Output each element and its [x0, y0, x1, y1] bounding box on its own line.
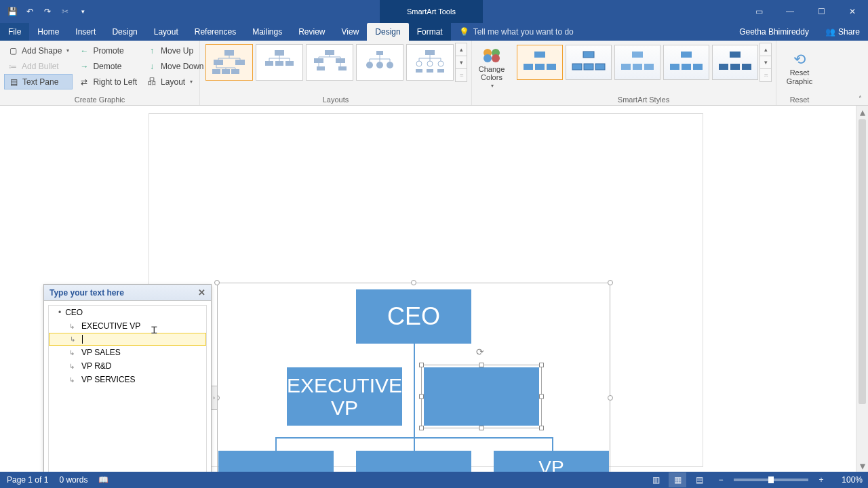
share-button[interactable]: 👥 Share [817, 23, 868, 41]
rotate-handle-icon[interactable]: ⟳ [476, 346, 487, 357]
gallery-expand-icon[interactable]: ⎓ [456, 68, 467, 81]
tab-home[interactable]: Home [29, 23, 67, 41]
add-shape-button[interactable]: ▢Add Shape▾ [4, 43, 73, 58]
demote-button[interactable]: →Demote [75, 58, 140, 74]
gallery-expand-icon[interactable]: ⎓ [760, 68, 771, 81]
shape-handle[interactable] [539, 394, 544, 399]
move-down-button[interactable]: ↓Move Down [143, 58, 207, 74]
style-option-1[interactable] [517, 45, 563, 80]
shape-handle[interactable] [419, 426, 424, 430]
layout-option-3[interactable] [306, 44, 353, 81]
qat-customize-icon[interactable]: ▾ [75, 3, 91, 20]
style-option-5[interactable] [712, 45, 758, 80]
text-pane-item[interactable]: CEO [49, 306, 206, 319]
text-pane-item[interactable]: EXECUTIVE VP [49, 319, 206, 333]
text-pane-item-text: VP SERVICES [81, 375, 136, 384]
status-page[interactable]: Page 1 of 1 [7, 475, 48, 485]
text-pane-close-icon[interactable]: ✕ [198, 287, 205, 298]
smartart-box-ceo[interactable]: CEO [356, 289, 471, 344]
smartart-frame[interactable]: › CEO EXECUTIVE VP VP SALES VP R&D VP SE… [217, 283, 610, 472]
style-option-4[interactable] [663, 45, 709, 80]
layout-option-4[interactable] [356, 44, 403, 81]
ribbon-display-options-icon[interactable]: ▭ [743, 0, 774, 23]
redo-icon[interactable]: ↷ [39, 3, 56, 20]
text-pane-item-active[interactable] [49, 333, 206, 346]
styles-gallery-more[interactable]: ▴▾⎓ [760, 43, 772, 82]
change-colors-button[interactable]: Change Colors ▾ [476, 45, 507, 92]
right-to-left-button[interactable]: ⇄Right to Left [75, 74, 140, 89]
tab-smartart-design[interactable]: Design [367, 23, 408, 41]
svg-rect-24 [427, 69, 433, 73]
status-spellcheck-icon[interactable]: 📖 [98, 475, 108, 485]
layout-option-1[interactable] [205, 44, 253, 81]
view-read-mode-icon[interactable]: ▥ [647, 472, 665, 487]
tab-insert[interactable]: Insert [67, 23, 104, 41]
tab-design[interactable]: Design [104, 23, 145, 41]
frame-handle[interactable] [214, 280, 220, 285]
shape-handle[interactable] [419, 394, 424, 399]
move-up-button[interactable]: ↑Move Up [143, 43, 207, 58]
text-pane-body[interactable]: CEO EXECUTIVE VP VP SALES VP R&D VP SERV… [48, 305, 207, 472]
tab-references[interactable]: References [186, 23, 244, 41]
smartart-box-vp-rd[interactable]: VP R&D [356, 451, 471, 472]
text-pane-toggle[interactable]: › [211, 386, 218, 410]
tab-view[interactable]: View [334, 23, 368, 41]
gallery-down-icon[interactable]: ▾ [760, 56, 771, 68]
layouts-gallery-more[interactable]: ▴▾⎓ [455, 43, 467, 82]
text-pane-title-bar[interactable]: Type your text here ✕ [44, 285, 211, 301]
text-pane-item[interactable]: VP R&D [49, 359, 206, 373]
zoom-level[interactable]: 100% [834, 475, 863, 485]
user-name[interactable]: Geetha Bhimireddy [731, 23, 817, 41]
text-pane-button[interactable]: ▤Text Pane [4, 74, 73, 89]
view-web-layout-icon[interactable]: ▤ [690, 472, 708, 487]
save-icon[interactable]: 💾 [4, 3, 20, 20]
style-option-3[interactable] [614, 45, 660, 80]
reset-graphic-button[interactable]: ⟲ Reset Graphic [781, 51, 818, 85]
scroll-up-icon[interactable]: ▴ [856, 106, 868, 118]
smartart-box-vp-services[interactable]: VP SERVICES [494, 451, 609, 472]
shape-handle[interactable] [539, 363, 544, 367]
layout-option-2[interactable] [256, 44, 303, 81]
text-pane-item[interactable]: VP SERVICES [49, 373, 206, 386]
cut-icon[interactable]: ✂ [57, 3, 73, 20]
scroll-down-icon[interactable]: ▾ [856, 460, 868, 472]
tab-mailings[interactable]: Mailings [244, 23, 290, 41]
vertical-scrollbar[interactable]: ▴ ▾ [856, 106, 868, 472]
maximize-icon[interactable]: ☐ [806, 0, 837, 23]
shape-handle[interactable] [479, 426, 484, 430]
zoom-out-icon[interactable]: − [712, 472, 730, 487]
close-icon[interactable]: ✕ [837, 0, 868, 23]
collapse-ribbon-icon[interactable]: ˄ [854, 93, 865, 104]
gallery-up-icon[interactable]: ▴ [760, 43, 771, 56]
shape-handle[interactable] [479, 363, 484, 367]
frame-handle[interactable] [411, 280, 416, 285]
minimize-icon[interactable]: — [774, 0, 806, 23]
style-option-2[interactable] [566, 45, 612, 80]
tab-review[interactable]: Review [290, 23, 333, 41]
smartart-box-vp-sales[interactable]: VP SALES [218, 451, 334, 472]
tell-me-input[interactable] [473, 27, 623, 37]
zoom-in-icon[interactable]: + [812, 472, 830, 487]
view-print-layout-icon[interactable]: ▦ [669, 472, 686, 487]
tab-file[interactable]: File [0, 23, 29, 41]
frame-handle[interactable] [608, 280, 613, 285]
svg-rect-42 [681, 52, 692, 58]
promote-button[interactable]: ←Promote [75, 43, 140, 58]
smartart-box-exec-vp[interactable]: EXECUTIVE VP [287, 367, 402, 426]
tell-me-search[interactable]: 💡 [451, 23, 732, 41]
scrollbar-thumb[interactable] [859, 119, 866, 404]
status-words[interactable]: 0 words [59, 475, 87, 485]
text-pane-item[interactable]: VP SALES [49, 346, 206, 359]
shape-handle[interactable] [539, 426, 544, 430]
gallery-up-icon[interactable]: ▴ [456, 43, 467, 56]
zoom-slider[interactable] [734, 479, 808, 481]
layout-option-5[interactable] [406, 44, 454, 81]
shape-handle[interactable] [419, 363, 424, 367]
undo-icon[interactable]: ↶ [22, 3, 38, 20]
zoom-thumb[interactable] [768, 476, 774, 483]
tab-smartart-format[interactable]: Format [409, 23, 451, 41]
frame-handle[interactable] [608, 395, 613, 401]
tab-layout[interactable]: Layout [146, 23, 186, 41]
layout-button[interactable]: 品Layout▾ [143, 74, 207, 89]
gallery-down-icon[interactable]: ▾ [456, 56, 467, 68]
